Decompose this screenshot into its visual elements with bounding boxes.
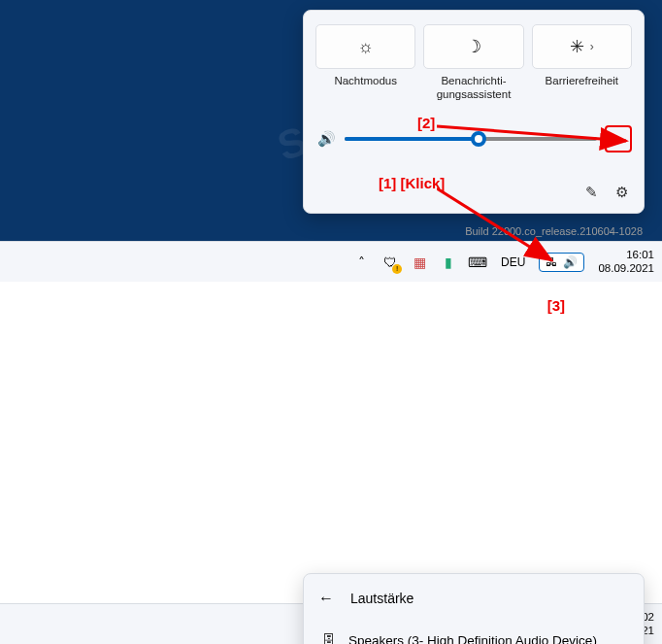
- tile-benachrichtigungsassistent[interactable]: ☽: [423, 24, 523, 69]
- system-tray-group[interactable]: 🖧 🔊: [539, 253, 584, 272]
- tile-barrierefreiheit[interactable]: ✳ ›: [532, 24, 632, 69]
- build-text: Build 22000.co_release.210604-1028: [465, 225, 643, 237]
- edit-icon[interactable]: ✎: [585, 184, 598, 201]
- tile-label: Barrierefreiheit: [532, 75, 632, 102]
- keyboard-icon[interactable]: ⌨: [468, 253, 487, 272]
- tray-app-icon[interactable]: ▦: [410, 253, 429, 272]
- tile-label: Nachtmodus: [315, 75, 415, 102]
- quick-settings-panel: ☼ ☽ ✳ › Nachtmodus Benachrichti- gungsas…: [303, 10, 645, 214]
- annotation-1: [1] [Klick]: [379, 175, 445, 191]
- chevron-up-icon[interactable]: ˄: [351, 253, 371, 272]
- tile-label: Benachrichti- gungsassistent: [423, 75, 523, 102]
- volume-output-panel: ← Lautstärke 🗄 Speakers (3- High Definit…: [303, 573, 645, 644]
- taskbar-top: ˄ 🛡 ▦ ▮ ⌨ DEU 🖧 🔊 16:01 08.09.2021: [0, 241, 662, 282]
- audio-device-item[interactable]: 🗄 Speakers (3- High Definition Audio Dev…: [304, 621, 644, 644]
- moon-icon: ☽: [466, 36, 481, 57]
- annotation-3: [3]: [547, 297, 565, 314]
- clock[interactable]: 16:01 08.09.2021: [594, 249, 654, 274]
- speaker-icon[interactable]: 🔊: [315, 130, 337, 148]
- speaker-device-icon: 🗄: [321, 632, 337, 644]
- volume-output-arrow[interactable]: ›: [605, 125, 632, 153]
- volume-slider[interactable]: [345, 137, 597, 141]
- tray-app-icon[interactable]: ▮: [439, 253, 458, 272]
- chevron-right-icon: ›: [590, 40, 594, 53]
- device-label: Speakers (3- High Definition Audio Devic…: [348, 633, 597, 644]
- speaker-icon: 🔊: [563, 255, 578, 269]
- security-icon[interactable]: 🛡: [381, 253, 400, 272]
- clock-time: 16:01: [598, 249, 654, 261]
- volume-slider-thumb[interactable]: [471, 131, 486, 147]
- tile-nachtmodus[interactable]: ☼: [315, 24, 415, 69]
- accessibility-icon: ✳: [570, 36, 584, 57]
- clock-date: 08.09.2021: [598, 262, 654, 275]
- annotation-2: [2]: [417, 115, 435, 131]
- panel-title: Lautstärke: [350, 591, 414, 606]
- language-indicator[interactable]: DEU: [497, 255, 529, 269]
- network-icon: 🖧: [546, 255, 557, 269]
- volume-slider-fill: [345, 137, 479, 141]
- settings-icon[interactable]: ⚙: [615, 184, 628, 201]
- brightness-icon: ☼: [357, 37, 374, 57]
- back-arrow-icon[interactable]: ←: [315, 590, 337, 607]
